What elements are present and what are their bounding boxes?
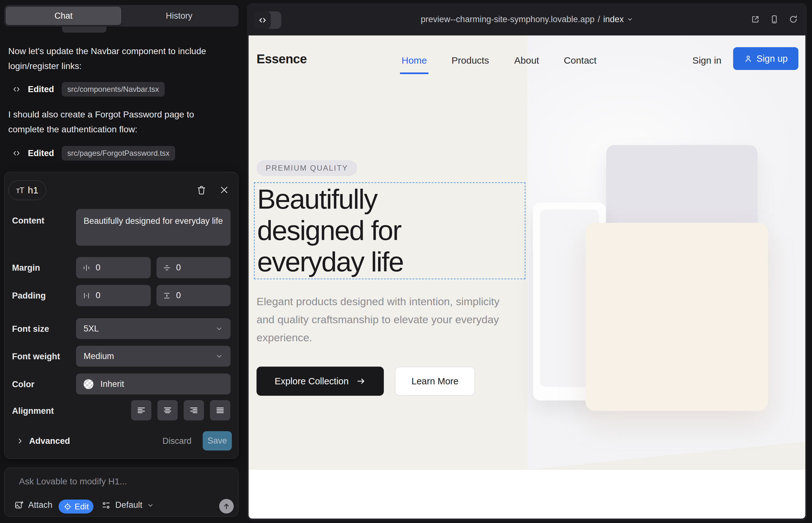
url-host: preview--charming-site-symphony.lovable.… [421,15,595,24]
mobile-view-icon[interactable] [770,15,779,24]
send-button[interactable] [219,499,234,513]
sign-up-button[interactable]: Sign up [733,47,798,70]
nav-link-products[interactable]: Products [452,55,489,66]
chat-panel: Chat History Now let's update the Navbar… [0,0,247,523]
alignment-group [131,400,230,420]
font-weight-value: Medium [84,351,114,361]
padding-x-value: 0 [96,291,100,301]
sliders-icon [101,501,111,510]
nav-link-about[interactable]: About [514,55,539,66]
edit-label: Edit [75,502,89,511]
preview-topbar: preview--charming-site-symphony.lovable.… [247,3,807,35]
edited-file-row: Edited src/components/Navbar.tsx [12,82,165,97]
font-size-value: 5XL [84,324,99,334]
padding-label: Padding [12,291,46,301]
chevron-down-icon [147,502,154,509]
edited-file-row: Edited src/pages/ForgotPassword.tsx [12,146,175,161]
align-center-button[interactable] [157,400,178,420]
learn-more-button[interactable]: Learn More [395,366,475,396]
color-select[interactable]: Inherit [76,374,231,395]
target-icon [63,502,72,511]
padding-vertical-icon [163,292,171,300]
font-size-select[interactable]: 5XL [76,318,231,339]
mode-selector[interactable]: Default [101,500,154,510]
edited-file-pill[interactable]: src/components/Navbar.tsx [62,82,165,96]
arrow-right-icon [356,376,366,386]
attach-label: Attach [28,500,53,510]
app-window: Chat History Now let's update the Navbar… [0,0,812,523]
url-separator: / [598,15,600,24]
refresh-icon[interactable] [789,15,798,24]
align-left-button[interactable] [131,400,152,420]
margin-y-input[interactable]: 0 [156,257,231,278]
tab-history[interactable]: History [121,7,237,25]
nav-active-underline [400,72,428,74]
discard-button[interactable]: Discard [162,436,192,446]
margin-x-value: 0 [96,263,100,273]
content-label: Content [12,216,44,226]
margin-horizontal-icon [82,264,91,272]
site-viewport: Essence Home Products About Contact Sign… [249,35,805,519]
delete-element-button[interactable] [194,183,208,197]
explore-collection-button[interactable]: Explore Collection [257,366,384,396]
chat-history-tabbar: Chat History [4,5,239,26]
tab-chat[interactable]: Chat [6,7,121,25]
code-icon [258,16,267,25]
attach-image-icon [14,500,24,510]
close-editor-button[interactable] [217,183,231,197]
padding-x-input[interactable]: 0 [76,285,151,306]
mode-label: Default [115,500,142,510]
edited-label: Edited [28,85,54,94]
edit-mode-button[interactable]: Edit [58,500,93,513]
padding-y-value: 0 [176,291,181,301]
margin-label: Margin [12,263,40,273]
site-logo[interactable]: Essence [257,52,307,66]
explore-collection-label: Explore Collection [275,376,349,386]
sign-up-label: Sign up [757,54,788,64]
selected-h1-outline[interactable]: Beautifully designed for everyday life [254,182,525,279]
user-icon [744,54,753,63]
next-section-background [249,470,805,519]
nav-link-home[interactable]: Home [402,55,427,66]
chat-message: I should also create a Forgot Password p… [8,107,230,137]
code-icon [12,85,21,94]
margin-y-value: 0 [176,263,181,273]
chevron-down-icon [215,325,223,332]
scrolled-file-pill-partial [62,26,106,33]
chevron-right-icon [16,437,23,445]
color-swatch [84,379,93,389]
code-preview-toggle[interactable] [254,12,281,29]
content-input[interactable]: Beautifully designed for everyday life [76,209,231,246]
open-external-icon[interactable] [751,15,760,24]
url-display[interactable]: preview--charming-site-symphony.lovable.… [421,15,633,24]
element-tag-label: h1 [28,185,38,196]
save-button[interactable]: Save [203,431,232,451]
align-justify-button[interactable] [210,400,230,420]
code-toggle-segment[interactable] [254,12,271,29]
decor-card-beige [586,223,768,411]
padding-y-input[interactable]: 0 [156,285,231,306]
margin-vertical-icon [163,264,171,272]
composer-input[interactable] [18,474,221,489]
hero-heading-line: Beautifully [257,183,525,215]
edited-file-pill[interactable]: src/pages/ForgotPassword.tsx [62,146,175,161]
hero-heading-line: everyday life [257,246,525,277]
attach-button[interactable]: Attach [14,500,53,510]
color-value: Inherit [100,379,124,389]
arrow-up-icon [222,502,231,510]
margin-x-input[interactable]: 0 [76,257,151,278]
chat-message: Now let's update the Navbar component to… [8,44,230,73]
sign-in-link[interactable]: Sign in [692,55,721,66]
nav-link-contact[interactable]: Contact [564,55,596,66]
url-page: index [603,15,624,24]
font-size-label: Font size [12,324,49,334]
edited-label: Edited [28,148,54,158]
align-right-button[interactable] [184,400,204,420]
hero-heading-line: designed for [257,215,525,246]
font-weight-select[interactable]: Medium [76,346,231,366]
alignment-label: Alignment [12,406,54,416]
selected-element-chip: тT h1 [8,180,46,200]
advanced-toggle[interactable]: Advanced [16,434,70,448]
typography-icon: тT [16,186,24,195]
preview-actions [751,3,798,35]
